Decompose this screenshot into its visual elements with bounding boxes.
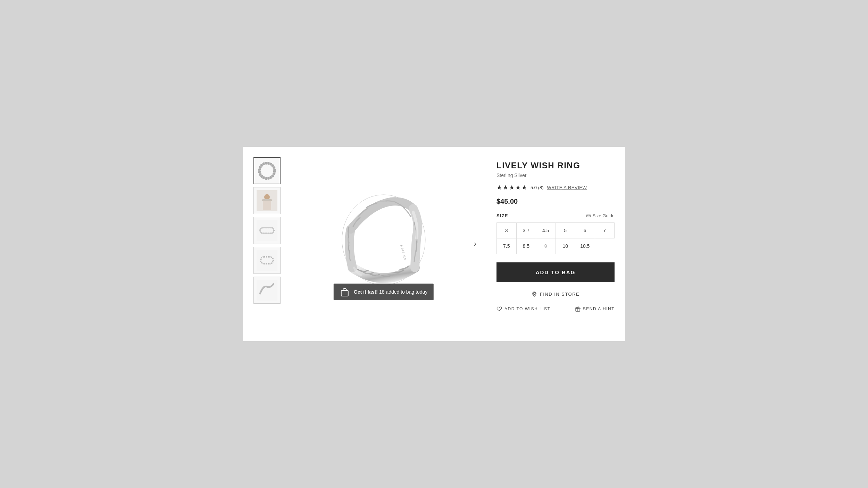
svg-text:S 925 ALE: S 925 ALE	[400, 244, 407, 261]
heart-icon	[496, 306, 502, 312]
ruler-icon	[586, 213, 591, 218]
get-it-fast-text: Get it fast! 18 added to bag today	[354, 289, 427, 295]
ring-main-image: S 925 ALE Get it fast! 18 added to bag t…	[325, 177, 443, 311]
svg-rect-11	[257, 280, 277, 301]
svg-rect-4	[263, 201, 271, 210]
thumbnail-2[interactable]	[253, 187, 281, 214]
size-btn-7_5[interactable]: 7.5	[497, 238, 517, 254]
size-btn-7[interactable]: 7	[595, 223, 615, 238]
bottom-actions: ADD TO WISH LIST SEND A HINT	[496, 306, 615, 312]
product-title: LIVELY WISH RING	[496, 161, 615, 170]
thumbnail-1[interactable]	[253, 157, 281, 184]
bag-icon	[340, 287, 350, 297]
size-btn-10_5[interactable]: 10.5	[575, 238, 595, 254]
rating-score: 5.0 (8)	[531, 185, 544, 190]
size-btn-4_5[interactable]: 4.5	[536, 223, 556, 238]
add-to-bag-button[interactable]: ADD TO BAG	[496, 262, 615, 282]
size-grid: 3 3.7 4.5 5 6 7 7.5 8.5 9 10 10.5	[496, 222, 615, 254]
next-image-button[interactable]: ›	[471, 237, 479, 251]
size-btn-3[interactable]: 3	[497, 223, 517, 238]
star-4: ★	[515, 184, 521, 191]
main-image-container: S 925 ALE Get it fast! 18 added to bag t…	[285, 157, 483, 331]
thumbnail-4[interactable]	[253, 247, 281, 274]
svg-rect-9	[257, 250, 277, 271]
main-image-area: S 925 ALE Get it fast! 18 added to bag t…	[285, 157, 483, 331]
svg-rect-14	[341, 291, 348, 296]
svg-rect-5	[262, 199, 272, 201]
product-subtitle: Sterling Silver	[496, 173, 615, 178]
size-section-header: SIZE Size Guide	[496, 213, 615, 218]
size-btn-6[interactable]: 6	[575, 223, 595, 238]
thumbnail-5[interactable]	[253, 277, 281, 304]
product-price: $45.00	[496, 197, 615, 205]
rating-row: ★ ★ ★ ★ ★ 5.0 (8) WRITE A REVIEW	[496, 184, 615, 191]
get-it-fast-banner: Get it fast! 18 added to bag today	[334, 284, 434, 300]
thumbnail-list	[253, 157, 285, 331]
size-btn-9: 9	[536, 238, 556, 254]
star-5: ★	[521, 184, 527, 191]
size-btn-10[interactable]: 10	[556, 238, 576, 254]
size-btn-3_7[interactable]: 3.7	[517, 223, 536, 238]
svg-point-19	[533, 293, 535, 295]
star-1: ★	[496, 184, 502, 191]
size-guide-link[interactable]: Size Guide	[586, 213, 615, 218]
size-label: SIZE	[496, 213, 508, 218]
find-in-store-button[interactable]: FIND IN STORE	[496, 287, 615, 301]
svg-point-1	[259, 163, 275, 178]
star-2: ★	[503, 184, 508, 191]
size-btn-8_5[interactable]: 8.5	[517, 238, 536, 254]
write-review-link[interactable]: WRITE A REVIEW	[547, 185, 587, 190]
star-3: ★	[509, 184, 515, 191]
send-a-hint-button[interactable]: SEND A HINT	[575, 306, 615, 312]
gift-icon	[575, 306, 581, 312]
star-rating: ★ ★ ★ ★ ★	[496, 184, 527, 191]
location-icon	[532, 291, 537, 297]
product-card: S 925 ALE Get it fast! 18 added to bag t…	[243, 147, 625, 341]
size-btn-5[interactable]: 5	[556, 223, 576, 238]
thumbnail-3[interactable]	[253, 217, 281, 244]
add-to-wish-list-button[interactable]: ADD TO WISH LIST	[496, 306, 550, 312]
product-details: LIVELY WISH RING Sterling Silver ★ ★ ★ ★…	[483, 157, 615, 331]
